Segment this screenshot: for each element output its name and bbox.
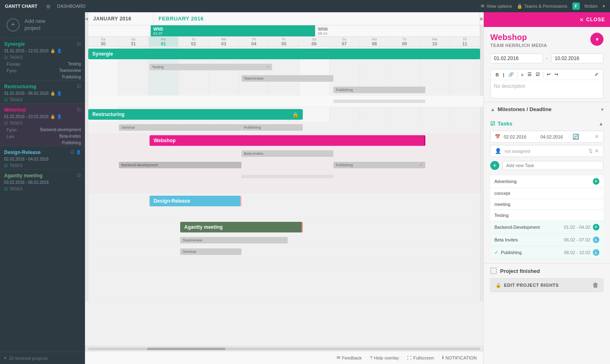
milestones-title: ▲ Milestones / Deadline <box>490 106 552 112</box>
project-finished-checkbox[interactable] <box>490 268 497 274</box>
lock-icon-restructuring: 🔒 <box>292 112 299 118</box>
user-badge[interactable]: F <box>572 2 580 10</box>
task-entry-left-meeting: meeting <box>494 202 510 207</box>
task-entry-testing[interactable]: Testing <box>490 210 603 221</box>
bar-synergie-label: Synergie <box>92 51 113 57</box>
task-entry-concept[interactable]: concept <box>490 188 603 199</box>
sidebar-item-agantty[interactable]: Agantty meeting ☑ 03.02.2016 - 06.02.201… <box>0 169 85 192</box>
bar-publishing-synergie[interactable]: Publishing <box>333 87 425 93</box>
task-entry-meeting[interactable]: meeting <box>490 199 603 210</box>
feedback-btn[interactable]: ✉ Feedback <box>337 355 362 360</box>
help-overlay-btn[interactable]: ? Help overlay <box>370 355 399 360</box>
project-name-synergie: Synergie <box>4 41 25 47</box>
tasks-row-agantty[interactable]: ☑ TASKS <box>0 185 85 192</box>
tasks-row-webshop[interactable]: ☑ TASKS <box>0 120 85 127</box>
redo-btn[interactable]: ↪ <box>553 71 560 78</box>
notification-btn[interactable]: ℹ NOTIFICATION <box>442 355 477 360</box>
end-date-input[interactable] <box>551 54 604 63</box>
sidebar-item-restructuring[interactable]: Restructuring ☑ 31.01.2016 - 06.02.2016 … <box>0 80 85 103</box>
task-date-row: 📅 - 🔄 ✕ <box>490 131 603 143</box>
bar-teamreview[interactable]: Teamreview <box>241 75 333 82</box>
fullscreen-btn[interactable]: ⛶ Fullscreen <box>407 355 434 360</box>
bar-publishing-webshop-row[interactable]: Publishing ✓ <box>333 162 425 168</box>
description-placeholder: No description <box>494 83 525 89</box>
task-fynn-synergie: Fynn Teamreview <box>0 67 85 74</box>
bar-seminar-agantty[interactable]: Seminar <box>180 248 241 255</box>
tasks-label-a: TASKS <box>9 187 22 191</box>
task-beta-invites-label: Beta Invites <box>494 237 518 242</box>
bold-btn[interactable]: B <box>494 71 501 78</box>
assignee-swap-btn[interactable]: ⇅ <box>588 148 593 154</box>
bar-seminar[interactable]: Seminar <box>119 124 241 131</box>
italic-btn[interactable]: I <box>501 71 506 78</box>
teams-permissions-btn[interactable]: 🔒 Teams & Permissions <box>517 4 568 9</box>
task-end-input[interactable] <box>541 134 569 139</box>
tasks-row-design[interactable]: ☑ TASKS <box>0 162 85 169</box>
user-dropdown-icon[interactable]: ▾ <box>603 4 605 9</box>
sidebar-item-synergie[interactable]: Synergie ☑ 31.01.2016 - 12.02.2016 🔒 👤 ☑… <box>0 38 85 80</box>
scroll-track[interactable] <box>88 348 480 350</box>
tasks-section-header: ☑ Tasks ▲ <box>490 121 603 127</box>
finished-projects-label: 20 finished projects <box>9 356 48 361</box>
unordered-list-btn[interactable]: ☰ <box>526 71 533 78</box>
panel-close-bar[interactable]: ✕ CLOSE <box>484 12 610 27</box>
assignee-close-btn[interactable]: ✕ <box>594 148 599 154</box>
add-task-input[interactable] <box>503 161 603 170</box>
publishing-webshop-label: Publishing <box>336 163 353 167</box>
bar-synergie[interactable]: Synergie <box>88 49 480 59</box>
sidebar-item-webshop[interactable]: Webshop ☑ 01.02.2016 - 10.02.2016 🔒 👤 ☑ … <box>0 103 85 146</box>
panel-dropdown-btn[interactable]: ▾ <box>590 33 603 46</box>
add-project-btn[interactable]: + Add new project <box>0 12 85 38</box>
bar-publishing-restructuring[interactable]: Publishing <box>241 124 303 131</box>
close-label: CLOSE <box>586 17 605 22</box>
task-entry-beta-invites[interactable]: Beta Invites 06.02 - 07.02 L <box>490 234 603 246</box>
undo-btn[interactable]: ↩ <box>545 71 552 78</box>
milestones-header[interactable]: ▲ Milestones / Deadline ▾ <box>490 106 603 112</box>
edit-rights-btn[interactable]: 🔒 EDIT PROJECT RIGHTS 🗑 <box>490 278 603 292</box>
task-publishing-webshop: Publishing <box>0 140 85 146</box>
tasks-row-synergie[interactable]: ☑ TASKS <box>0 54 85 61</box>
checklist-btn[interactable]: ☑ <box>534 71 541 78</box>
bar-beta-invites[interactable]: Beta-Invites <box>241 150 333 157</box>
chevron-down-icon: ▾ <box>4 355 7 361</box>
task-entry-publishing-panel[interactable]: ✓ Publishing 08.02 - 10.02 L <box>490 246 603 259</box>
bar-backend-dev[interactable]: Backend-development <box>119 162 241 168</box>
scroll-thumb[interactable] <box>147 348 226 350</box>
bar-teamreview-agantty[interactable]: Teamreview <box>180 237 288 243</box>
editor-body[interactable]: No description <box>491 80 603 98</box>
tasks-checkbox-icon-a: ☑ <box>4 187 8 191</box>
tasks-row-restructuring[interactable]: ☑ TASKS <box>0 96 85 103</box>
bar-webshop[interactable]: Webshop <box>150 135 425 146</box>
expand-btn[interactable]: ⤢ <box>593 71 600 78</box>
bar-testing[interactable]: Testing ✓ <box>150 64 272 70</box>
task-entry-left-backend-dev: Backend-Development <box>494 225 540 230</box>
panel-dates: - <box>484 51 610 66</box>
edit-rights-label: EDIT PROJECT RIGHTS <box>504 283 559 288</box>
trash-icon[interactable]: 🗑 <box>592 282 599 288</box>
project-dates-agantty: 03.02.2016 - 06.02.2016 <box>0 180 85 185</box>
task-entry-advertising[interactable]: Advertising F <box>490 175 603 188</box>
notification-icon: ℹ <box>442 355 444 360</box>
start-date-input[interactable] <box>490 54 543 63</box>
task-start-input[interactable] <box>504 134 532 139</box>
assignee-actions: ⇅ ✕ <box>588 148 599 154</box>
link-btn[interactable]: 🔗 <box>507 71 516 78</box>
dashboard-link[interactable]: DASHBOARD <box>54 4 88 9</box>
view-options-btn[interactable]: 👁 View options <box>480 4 512 9</box>
task-repeat-btn[interactable]: 🔄 <box>572 134 579 140</box>
task-entry-backend-dev[interactable]: Backend-Development 01.02 - 04.02 F <box>490 221 603 234</box>
bar-restructuring[interactable]: Restructuring 🔒 <box>88 109 303 120</box>
sidebar-item-design-release[interactable]: Design-Release ☑ 👤 02.02.2016 - 04.02.20… <box>0 146 85 169</box>
task-publishing-panel-label: Publishing <box>501 250 522 255</box>
bar-design-release[interactable]: Design-Release <box>150 196 241 206</box>
task-date-close-btn[interactable]: ✕ <box>594 134 599 140</box>
ordered-list-btn[interactable]: ≡ <box>519 71 525 78</box>
day-mo01: Mo01 <box>149 37 179 46</box>
add-task-plus-btn[interactable]: + <box>490 161 499 170</box>
tasks-checkbox-icon: ☑ <box>490 121 495 127</box>
bar-agantty[interactable]: Agantty meeting <box>180 222 303 232</box>
gantt-weeks-header: WN5 01-07 WN6 08-14 <box>85 25 483 37</box>
tasks-collapse-btn[interactable]: ▲ <box>599 121 603 127</box>
fullscreen-label: Fullscreen <box>413 355 434 360</box>
gantt-scrollbar[interactable] <box>85 346 483 351</box>
